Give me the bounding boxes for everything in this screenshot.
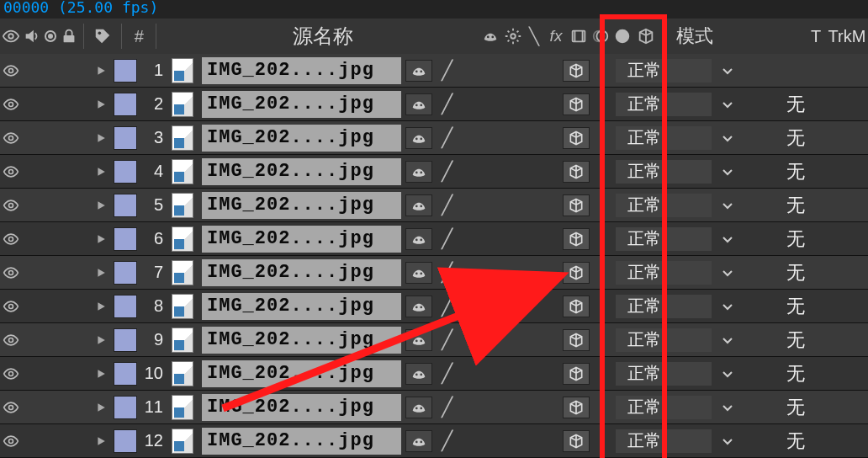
track-matte-dropdown[interactable]: 无 [781, 391, 811, 423]
visibility-toggle[interactable] [0, 424, 22, 457]
label-color[interactable] [113, 121, 138, 154]
expand-toggle[interactable] [89, 121, 113, 154]
visibility-toggle[interactable] [0, 88, 22, 120]
blend-mode-dropdown[interactable]: 正常 [616, 126, 712, 150]
t-header[interactable]: T [806, 19, 826, 54]
layer-source-name[interactable]: IMG_202....jpg [202, 259, 401, 286]
layer-source-name[interactable]: IMG_202....jpg [202, 226, 401, 253]
label-column-icon[interactable] [88, 19, 117, 54]
layer-row[interactable]: 6IMG_202....jpg╱正常无 [0, 222, 868, 256]
visibility-toggle[interactable] [0, 357, 22, 390]
expand-toggle[interactable] [89, 357, 113, 390]
expand-toggle[interactable] [89, 88, 113, 120]
mode-header[interactable]: 模式 [668, 19, 769, 54]
track-matte-dropdown[interactable]: 无 [781, 189, 811, 221]
quality-toggle[interactable]: ╱ [434, 189, 459, 221]
collapse-column-icon[interactable] [502, 19, 524, 54]
chevron-down-icon[interactable] [712, 391, 744, 423]
visibility-toggle[interactable] [0, 121, 22, 154]
layer-source-name[interactable]: IMG_202....jpg [202, 192, 401, 219]
layer-source-name[interactable]: IMG_202....jpg [202, 125, 401, 152]
layer-source-name[interactable]: IMG_202....jpg [202, 327, 401, 354]
visibility-toggle[interactable] [0, 256, 22, 289]
track-matte-dropdown[interactable]: 无 [781, 121, 811, 154]
label-color[interactable] [113, 222, 138, 255]
visibility-toggle[interactable] [0, 323, 22, 356]
layer-row[interactable]: 1IMG_202....jpg╱正常 [0, 54, 868, 88]
shy-toggle[interactable] [404, 391, 434, 423]
motion-blur-column-icon[interactable] [590, 19, 611, 54]
chevron-down-icon[interactable] [712, 222, 744, 255]
label-color[interactable] [113, 155, 138, 188]
blend-mode-dropdown[interactable]: 正常 [616, 194, 712, 217]
index-column-icon[interactable]: # [126, 19, 151, 54]
3d-toggle[interactable] [552, 88, 601, 120]
expand-toggle[interactable] [89, 54, 113, 87]
expand-toggle[interactable] [89, 391, 113, 423]
blend-mode-dropdown[interactable]: 正常 [616, 93, 712, 116]
chevron-down-icon[interactable] [712, 88, 744, 120]
layer-row[interactable]: 11IMG_202....jpg╱正常无 [0, 391, 868, 424]
layer-row[interactable]: 2IMG_202....jpg╱正常无 [0, 88, 868, 121]
label-color[interactable] [113, 391, 138, 423]
track-matte-dropdown[interactable]: 无 [781, 323, 811, 356]
shy-toggle[interactable] [404, 290, 434, 322]
shy-toggle[interactable] [404, 155, 434, 188]
shy-toggle[interactable] [404, 357, 434, 390]
solo-column-icon[interactable] [42, 19, 59, 54]
chevron-down-icon[interactable] [712, 121, 744, 154]
lock-column-icon[interactable] [59, 19, 79, 54]
shy-column-icon[interactable] [479, 19, 502, 54]
label-color[interactable] [113, 357, 138, 390]
blend-mode-dropdown[interactable]: 正常 [616, 362, 712, 386]
blend-mode-dropdown[interactable]: 正常 [616, 295, 712, 318]
layer-source-name[interactable]: IMG_202....jpg [202, 91, 401, 118]
layer-row[interactable]: 7IMG_202....jpg╱正常无 [0, 256, 868, 290]
quality-toggle[interactable]: ╱ [434, 391, 459, 423]
3d-toggle[interactable] [552, 323, 601, 356]
shy-toggle[interactable] [404, 88, 434, 120]
blend-mode-dropdown[interactable]: 正常 [616, 227, 712, 251]
3d-toggle[interactable] [552, 256, 601, 289]
blend-mode-dropdown[interactable]: 正常 [616, 59, 712, 83]
track-matte-dropdown[interactable]: 无 [781, 424, 811, 457]
label-color[interactable] [113, 54, 138, 87]
label-color[interactable] [113, 189, 138, 221]
shy-toggle[interactable] [404, 424, 434, 457]
3d-toggle[interactable] [552, 54, 601, 87]
3d-toggle[interactable] [552, 222, 601, 255]
quality-toggle[interactable]: ╱ [434, 357, 459, 390]
layer-row[interactable]: 5IMG_202....jpg╱正常无 [0, 189, 868, 222]
quality-toggle[interactable]: ╱ [434, 155, 459, 188]
audio-column-icon[interactable] [22, 19, 42, 54]
expand-toggle[interactable] [89, 222, 113, 255]
layer-row[interactable]: 12IMG_202....jpg╱正常无 [0, 424, 868, 458]
blend-mode-dropdown[interactable]: 正常 [616, 396, 712, 419]
label-color[interactable] [113, 424, 138, 457]
visibility-toggle[interactable] [0, 391, 22, 423]
blend-mode-dropdown[interactable]: 正常 [616, 429, 712, 453]
3d-toggle[interactable] [552, 121, 601, 154]
3d-toggle[interactable] [552, 155, 601, 188]
chevron-down-icon[interactable] [712, 54, 744, 87]
chevron-down-icon[interactable] [712, 155, 744, 188]
shy-toggle[interactable] [404, 189, 434, 221]
layer-row[interactable]: 4IMG_202....jpg╱正常无 [0, 155, 868, 189]
label-color[interactable] [113, 88, 138, 120]
layer-source-name[interactable]: IMG_202....jpg [202, 428, 401, 455]
layer-source-name[interactable]: IMG_202....jpg [202, 293, 401, 320]
expand-toggle[interactable] [89, 155, 113, 188]
visibility-column-icon[interactable] [0, 19, 22, 54]
track-matte-dropdown[interactable] [781, 54, 811, 87]
frame-blend-column-icon[interactable] [568, 19, 590, 54]
chevron-down-icon[interactable] [712, 424, 744, 457]
blend-mode-dropdown[interactable]: 正常 [616, 328, 712, 352]
chevron-down-icon[interactable] [712, 290, 744, 322]
chevron-down-icon[interactable] [712, 357, 744, 390]
quality-toggle[interactable]: ╱ [434, 424, 459, 457]
3d-toggle[interactable] [552, 290, 601, 322]
3d-column-icon[interactable] [633, 19, 659, 54]
layer-row[interactable]: 9IMG_202....jpg╱正常无 [0, 323, 868, 357]
layer-row[interactable]: 10IMG_202....jpg╱正常无 [0, 357, 868, 391]
track-matte-dropdown[interactable]: 无 [781, 290, 811, 322]
